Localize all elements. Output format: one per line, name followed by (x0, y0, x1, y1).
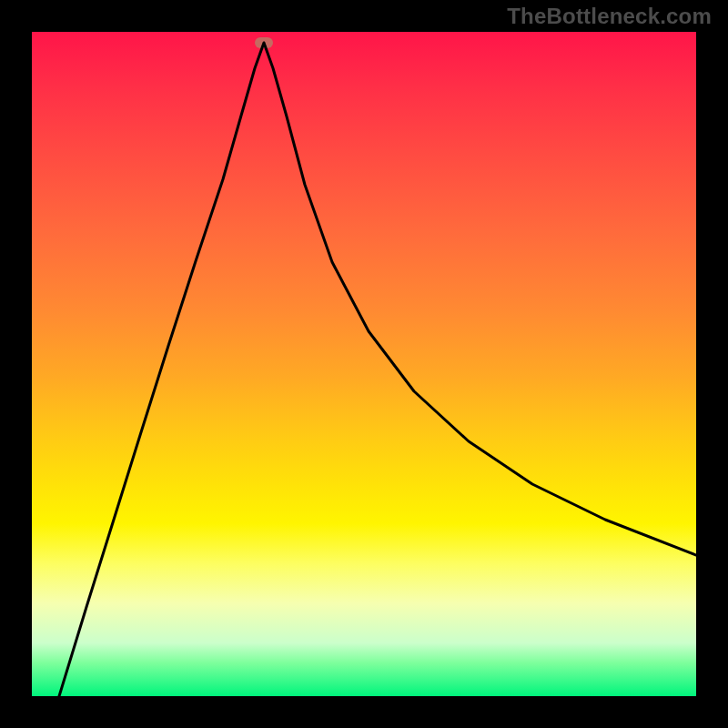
plot-area (32, 32, 696, 696)
watermark-text: TheBottleneck.com (507, 4, 712, 29)
chart-frame: TheBottleneck.com (0, 0, 728, 728)
bottleneck-curve (32, 32, 696, 696)
